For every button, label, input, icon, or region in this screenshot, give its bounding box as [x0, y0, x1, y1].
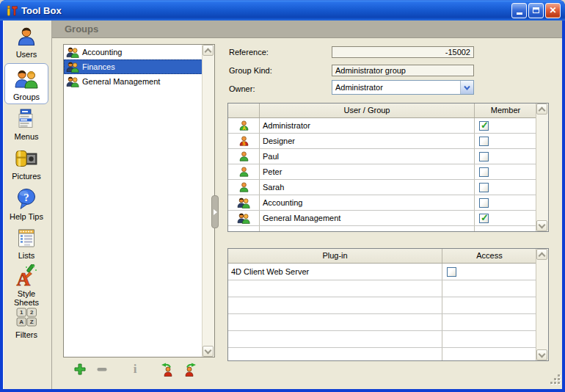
- close-button[interactable]: ✕: [545, 3, 561, 18]
- user-icon: [228, 164, 259, 179]
- titlebar[interactable]: Tool Box ✕: [0, 0, 565, 21]
- window-body: Users Groups Menus Pictures ?Help Tips L…: [3, 21, 562, 389]
- sidebar-item-menus[interactable]: Menus: [4, 107, 48, 141]
- member-checkbox[interactable]: [479, 121, 489, 131]
- group-list[interactable]: Accounting Finances General Management: [63, 44, 215, 357]
- lists-icon: [4, 226, 48, 250]
- sidebar-item-users[interactable]: Users: [4, 25, 48, 59]
- user-group-column-header: User / Group: [259, 104, 474, 117]
- group-list-item[interactable]: Finances: [64, 59, 203, 74]
- chevron-down-icon: [464, 85, 470, 90]
- add-icon: [73, 363, 87, 379]
- member-checkbox[interactable]: [479, 214, 489, 223]
- members-table: User / Group Member AAdministrator SDesi…: [227, 103, 549, 232]
- member-cell: [474, 149, 536, 164]
- group-list-rows: Accounting Finances General Management: [64, 45, 203, 357]
- admin-user-icon: A: [228, 118, 259, 133]
- panel-header: Groups: [52, 21, 562, 38]
- user-group-name: Paul: [259, 149, 474, 164]
- scroll-down-button[interactable]: [536, 349, 547, 360]
- page-title: Groups: [65, 23, 98, 35]
- maximize-button[interactable]: [528, 3, 544, 18]
- minimize-icon: [517, 12, 522, 15]
- move-user-in-button[interactable]: [158, 363, 175, 378]
- plugin-rows: 4D Client Web Server: [228, 264, 536, 360]
- toolbox-window: Tool Box ✕ Users Groups Menus Pictures ?…: [0, 0, 565, 392]
- member-row[interactable]: Accounting: [228, 195, 536, 211]
- owner-select[interactable]: Administrator: [332, 80, 474, 95]
- group-icon: [228, 195, 259, 210]
- remove-group-button[interactable]: [94, 363, 110, 378]
- group-kind-label: Group Kind:: [229, 66, 272, 75]
- window-controls: ✕: [511, 3, 561, 18]
- member-checkbox[interactable]: [479, 198, 489, 208]
- minimize-button[interactable]: [511, 3, 527, 18]
- member-row[interactable]: Sarah: [228, 180, 536, 195]
- group-info-button[interactable]: i: [127, 363, 143, 378]
- sidebar-item-help-tips[interactable]: ?Help Tips: [4, 187, 48, 221]
- svg-text:A: A: [242, 126, 246, 131]
- group-name: General Management: [82, 77, 160, 86]
- svg-text:Z: Z: [30, 319, 34, 325]
- scroll-up-button[interactable]: [536, 104, 547, 115]
- svg-text:A: A: [19, 319, 23, 325]
- user-group-name: Accounting: [259, 195, 474, 210]
- empty-plugin-row: [228, 348, 536, 360]
- stylesheets-icon: A: [4, 264, 48, 288]
- chevron-down-icon: [539, 350, 546, 357]
- owner-value: Administrator: [332, 83, 460, 92]
- group-name: Accounting: [82, 48, 122, 57]
- access-checkbox[interactable]: [447, 267, 456, 277]
- member-checkbox[interactable]: [479, 183, 489, 192]
- groups-icon: [5, 68, 48, 91]
- user-icon: [228, 180, 259, 195]
- reference-field[interactable]: -15002: [332, 46, 474, 58]
- move-user-out-button[interactable]: [183, 363, 199, 378]
- member-row[interactable]: AAdministrator: [228, 118, 536, 134]
- resize-grip[interactable]: [550, 374, 561, 385]
- sidebar-item-style-sheets[interactable]: A Style Sheets: [4, 264, 48, 307]
- member-row[interactable]: Peter: [228, 164, 536, 180]
- plugin-row[interactable]: 4D Client Web Server: [228, 264, 536, 280]
- group-kind-field[interactable]: Administrator group: [332, 65, 474, 76]
- plugins-scrollbar[interactable]: [536, 249, 548, 360]
- member-cell: [474, 134, 536, 148]
- scroll-down-button[interactable]: [536, 220, 547, 231]
- group-list-item[interactable]: Accounting: [64, 45, 203, 59]
- user-icon: [228, 149, 259, 164]
- member-row[interactable]: General Management: [228, 211, 536, 226]
- sidebar-item-pictures[interactable]: Pictures: [4, 147, 48, 181]
- members-scrollbar[interactable]: [536, 104, 548, 231]
- member-cell: [474, 195, 536, 210]
- sidebar-item-groups[interactable]: Groups: [4, 63, 48, 104]
- scroll-up-button[interactable]: [536, 249, 547, 260]
- svg-text:i: i: [134, 362, 137, 376]
- scroll-up-button[interactable]: [203, 45, 214, 56]
- svg-text:2: 2: [30, 309, 34, 316]
- member-row[interactable]: SDesigner: [228, 134, 536, 149]
- empty-plugin-row: [228, 280, 536, 297]
- empty-plugin-row: [228, 331, 536, 348]
- user-group-name: Designer: [259, 134, 474, 148]
- export-user-icon: [183, 363, 198, 380]
- scroll-down-button[interactable]: [203, 346, 214, 357]
- user-group-name: Peter: [259, 164, 474, 179]
- sidebar-item-filters[interactable]: 1 2 A ZFilters: [4, 305, 48, 339]
- group-icon: [228, 211, 259, 225]
- sidebar-item-lists[interactable]: Lists: [4, 226, 48, 260]
- group-icon: [66, 76, 79, 87]
- empty-plugin-row: [228, 297, 536, 314]
- group-name: Finances: [82, 62, 115, 71]
- member-row[interactable]: Paul: [228, 149, 536, 164]
- member-checkbox[interactable]: [479, 167, 489, 177]
- sidebar-item-label: Filters: [4, 330, 48, 339]
- member-checkbox[interactable]: [479, 137, 489, 146]
- pictures-icon: [4, 147, 48, 170]
- owner-dropdown-button[interactable]: [460, 81, 473, 94]
- group-list-item[interactable]: General Management: [64, 74, 203, 89]
- panel-splitter[interactable]: [211, 195, 219, 228]
- sidebar-item-label: Pictures: [4, 172, 48, 181]
- member-checkbox[interactable]: [479, 152, 489, 161]
- svg-text:S: S: [242, 141, 246, 146]
- add-group-button[interactable]: [72, 363, 88, 378]
